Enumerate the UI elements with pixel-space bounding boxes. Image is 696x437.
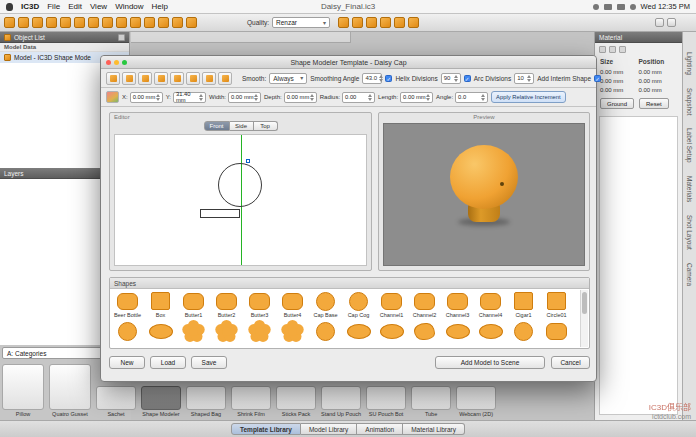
export-icon[interactable]: [60, 17, 71, 28]
add-model-to-scene-button[interactable]: Add Model to Scene: [435, 356, 545, 369]
reset-button[interactable]: Reset: [639, 98, 669, 109]
shape-tile-butter3[interactable]: Butter3: [243, 290, 276, 318]
shape-tile-0[interactable]: [111, 320, 144, 342]
stepper-up-icon[interactable]: [426, 94, 430, 97]
radius-input[interactable]: 0.00: [342, 92, 375, 103]
new-document-icon[interactable]: [4, 17, 15, 28]
categories-select[interactable]: A: Categories ▾: [2, 347, 114, 359]
preview-canvas[interactable]: [383, 123, 585, 266]
shape-tile-channel1[interactable]: Channel1: [375, 290, 408, 318]
object-list-icon[interactable]: [4, 34, 11, 41]
circle-tool-button[interactable]: [186, 72, 200, 85]
cancel-button[interactable]: Cancel: [551, 356, 590, 369]
shape-tile-4[interactable]: [243, 320, 276, 342]
snapshot-icon[interactable]: [394, 17, 405, 28]
stepper-up-icon[interactable]: [156, 94, 160, 97]
stepper-icon[interactable]: [199, 94, 203, 101]
shape-tile-cap-base[interactable]: Cap Base: [309, 290, 342, 318]
save-button[interactable]: Save: [191, 356, 227, 369]
redo-icon[interactable]: [102, 17, 113, 28]
shape-tile-channel3[interactable]: Channel3: [441, 290, 474, 318]
stepper-up-icon[interactable]: [254, 94, 258, 97]
select-tool-button[interactable]: [122, 72, 136, 85]
stepper-down-icon[interactable]: [199, 98, 203, 101]
shape-tile-9[interactable]: [408, 320, 441, 342]
shapes-scrollbar[interactable]: [580, 290, 588, 347]
stepper-icon[interactable]: [310, 94, 314, 101]
stepper-icon[interactable]: [156, 94, 160, 101]
zoom-icon[interactable]: [122, 60, 127, 65]
template-sachet[interactable]: Sachet: [96, 386, 136, 417]
load-button[interactable]: Load: [150, 356, 186, 369]
camera-icon[interactable]: [352, 17, 363, 28]
import-icon[interactable]: [46, 17, 57, 28]
stepper-down-icon[interactable]: [426, 98, 430, 101]
stepper-up-icon[interactable]: [199, 94, 203, 97]
mirror-tool-button[interactable]: [202, 72, 216, 85]
width-input[interactable]: 0.00 mm: [228, 92, 261, 103]
profile-circle[interactable]: [218, 163, 262, 207]
line-tool-button[interactable]: [154, 72, 168, 85]
trim-tool-button[interactable]: [218, 72, 232, 85]
template-tube[interactable]: Tube: [411, 386, 451, 417]
add-interim-shape-checkbox[interactable]: ✓: [594, 75, 601, 82]
delete-icon[interactable]: [158, 17, 169, 28]
material-tool-icon[interactable]: [599, 46, 606, 53]
shape-tile-box[interactable]: Box: [144, 290, 177, 318]
profile-handle[interactable]: [246, 159, 250, 163]
tab-model-library[interactable]: Model Library: [301, 423, 357, 435]
grid-snap-icon[interactable]: [106, 91, 119, 103]
template-webcam-2d[interactable]: Webcam (2D): [456, 386, 496, 417]
template-pillow[interactable]: Pillow: [2, 364, 44, 417]
print-icon[interactable]: [74, 17, 85, 28]
menu-view[interactable]: View: [90, 2, 107, 11]
stepper-up-icon[interactable]: [310, 94, 314, 97]
profile-rect[interactable]: [200, 209, 240, 218]
shape-tile-circle01[interactable]: Circle01: [540, 290, 573, 318]
shape-tile-butter4[interactable]: Butter4: [276, 290, 309, 318]
shape-tile-13[interactable]: [540, 320, 573, 342]
scrollbar-thumb[interactable]: [582, 292, 587, 314]
panel-options-icon[interactable]: [118, 34, 125, 41]
help-icon[interactable]: [655, 18, 664, 27]
close-icon[interactable]: [106, 60, 111, 65]
lighting-icon[interactable]: [366, 17, 377, 28]
stepper-down-icon[interactable]: [254, 98, 258, 101]
minimize-icon[interactable]: [114, 60, 119, 65]
shape-tile-butter2[interactable]: Butter2: [210, 290, 243, 318]
template-stand-up-pouch[interactable]: Stand Up Pouch: [321, 386, 361, 417]
menu-bar-clock[interactable]: Wed 12:35 PM: [641, 2, 690, 11]
material-tool-icon[interactable]: [609, 46, 616, 53]
stepper-icon[interactable]: [368, 94, 372, 101]
paste-icon[interactable]: [144, 17, 155, 28]
shape-tile-channel2[interactable]: Channel2: [408, 290, 441, 318]
template-shrink-film[interactable]: Shrink Film: [231, 386, 271, 417]
menu-help[interactable]: Help: [152, 2, 168, 11]
stepper-down-icon[interactable]: [368, 98, 372, 101]
spotlight-icon[interactable]: [630, 4, 636, 10]
menu-edit[interactable]: Edit: [68, 2, 82, 11]
open-icon[interactable]: [18, 17, 29, 28]
arc-tool-button[interactable]: [170, 72, 184, 85]
search-icon[interactable]: [667, 18, 676, 27]
cut-icon[interactable]: [116, 17, 127, 28]
side-tab-camera[interactable]: Camera: [686, 263, 693, 286]
stepper-icon[interactable]: [379, 75, 383, 82]
length-input[interactable]: 0.00 mm: [400, 92, 433, 103]
angle-input[interactable]: 0.0: [455, 92, 488, 103]
menu-app[interactable]: IC3D: [21, 2, 39, 11]
movie-icon[interactable]: [408, 17, 419, 28]
side-tab-snapshot[interactable]: Snapshot: [686, 88, 693, 115]
editor-tab-top[interactable]: Top: [254, 121, 278, 131]
shape-tile-12[interactable]: [507, 320, 540, 342]
stepper-icon[interactable]: [481, 94, 485, 101]
shape-tile-7[interactable]: [342, 320, 375, 342]
smooth-select[interactable]: Always ▾: [269, 73, 307, 84]
side-tab-shot-layout[interactable]: Shot Layout: [686, 215, 693, 250]
stepper-icon[interactable]: [254, 94, 258, 101]
wifi-icon[interactable]: [604, 4, 612, 10]
undo-icon[interactable]: [88, 17, 99, 28]
shape-tile-2[interactable]: [177, 320, 210, 342]
template-sticks-pack[interactable]: Sticks Pack: [276, 386, 316, 417]
template-shape-modeler[interactable]: Shape Modeler: [141, 386, 181, 417]
